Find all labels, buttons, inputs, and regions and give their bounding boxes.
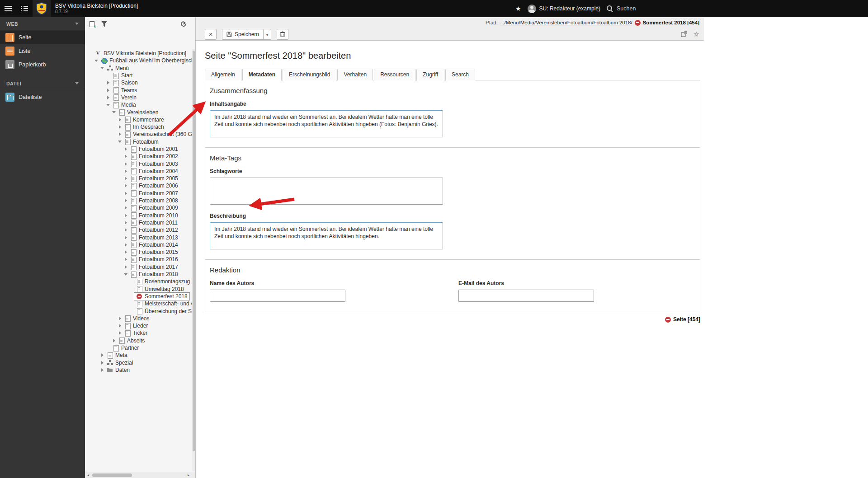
module-group-web[interactable]: WEB	[0, 17, 85, 31]
tree-node-ticker[interactable]: Ticker	[88, 329, 192, 337]
caret-right-icon[interactable]	[123, 154, 128, 159]
tree-node-content[interactable]: Fotoalbum 2003	[128, 160, 180, 168]
tab-erscheinungsbild[interactable]: Erscheinungsbild	[283, 69, 336, 80]
search-input[interactable]	[617, 5, 704, 12]
tree-node-content[interactable]: Fotoalbum 2013	[128, 234, 180, 241]
tree-node-fotoalbum-2018[interactable]: Fotoalbum 2018	[88, 271, 192, 278]
tree-node-fotoalbum-2013[interactable]: Fotoalbum 2013	[88, 234, 192, 241]
tree-node-umwelttag-2018[interactable]: Umwelttag 2018	[88, 286, 192, 293]
caret-right-icon[interactable]	[117, 330, 123, 336]
caret-right-icon[interactable]	[117, 124, 123, 130]
tree-node-meisterschaft-und-au[interactable]: Meisterschaft- und Au	[88, 300, 192, 307]
tree-node-content[interactable]: Spezial	[105, 359, 135, 366]
tree-node-vereinsleben[interactable]: Vereinsleben	[88, 108, 192, 116]
tree-node-fotoalbum[interactable]: Fotoalbum	[88, 138, 192, 145]
caret-right-icon[interactable]	[99, 360, 105, 366]
tree-node-content[interactable]: Fotoalbum 2018	[128, 271, 180, 278]
tree-node-content[interactable]: Fotoalbum 2007	[128, 190, 180, 197]
caret-right-icon[interactable]	[117, 323, 123, 328]
caret-right-icon[interactable]	[123, 169, 128, 174]
sidebar-item-seite[interactable]: Seite	[0, 31, 85, 44]
caret-right-icon[interactable]	[123, 191, 128, 196]
caret-right-icon[interactable]	[99, 367, 105, 373]
tree-node-berreichung-der-sch[interactable]: Überreichung der Sch	[88, 307, 192, 314]
tab-ressourcen[interactable]: Ressourcen	[374, 69, 415, 80]
caret-down-icon[interactable]	[94, 58, 99, 63]
caret-right-icon[interactable]	[123, 242, 128, 248]
tree-node-content[interactable]: Im Gespräch	[123, 123, 166, 131]
tree-node-daten[interactable]: Daten	[88, 366, 192, 374]
refresh-button[interactable]	[181, 21, 186, 27]
sidebar-item-dateiliste[interactable]: Dateiliste	[0, 90, 85, 104]
filter-button[interactable]	[101, 21, 107, 27]
delete-button[interactable]	[277, 29, 288, 40]
caret-right-icon[interactable]	[111, 338, 117, 343]
tree-node-fotoalbum-2017[interactable]: Fotoalbum 2017	[88, 263, 192, 271]
tree-node-fotoalbum-2011[interactable]: Fotoalbum 2011	[88, 219, 192, 226]
caret-right-icon[interactable]	[123, 227, 128, 233]
tree-node-content[interactable]: Meisterschaft- und Au	[134, 300, 192, 307]
tree-node-bsv-viktoria-bielstein-production[interactable]: BSV Viktoria Bielstein [Production]	[88, 50, 192, 57]
inhaltsangabe-textarea[interactable]: Im Jahr 2018 stand mal wieder ein Sommer…	[210, 110, 443, 137]
caret-right-icon[interactable]	[123, 161, 128, 167]
tree-node-videos[interactable]: Videos	[88, 315, 192, 322]
pagetree-vertical-scrollbar[interactable]	[192, 49, 195, 471]
tree-node-im-gespr-ch[interactable]: Im Gespräch	[88, 123, 192, 131]
tab-allgemein[interactable]: Allgemein	[205, 69, 241, 80]
pagetree-horizontal-scrollbar[interactable]	[85, 472, 195, 478]
tree-node-content[interactable]: Rosenmontagszug 201	[134, 278, 192, 285]
caret-right-icon[interactable]	[123, 249, 128, 255]
tree-node-content[interactable]: Vereinszeitschrift (360 GRA	[123, 131, 192, 138]
caret-right-icon[interactable]	[123, 146, 128, 152]
tree-node-content[interactable]: Kommentare	[123, 116, 166, 123]
tree-node-kommentare[interactable]: Kommentare	[88, 116, 192, 123]
tree-node-content[interactable]: Daten	[105, 366, 132, 374]
save-options-button[interactable]	[263, 29, 271, 40]
caret-down-icon[interactable]	[105, 102, 111, 108]
author-name-input[interactable]	[210, 290, 345, 302]
tab-verhalten[interactable]: Verhalten	[337, 69, 373, 80]
caret-right-icon[interactable]	[117, 117, 123, 122]
tree-node-media[interactable]: Media	[88, 101, 192, 108]
path-link[interactable]: .../Menü/Media/Vereinsleben/Fotoalbum/Fo…	[500, 20, 632, 25]
bookmark-star-icon[interactable]	[693, 30, 699, 38]
caret-right-icon[interactable]	[123, 235, 128, 240]
tree-node-content[interactable]: Fotoalbum 2016	[128, 256, 180, 263]
tree-node-content[interactable]: Sommerfest 2018	[134, 293, 189, 300]
new-page-button[interactable]	[90, 21, 94, 27]
tree-node-content[interactable]: Fotoalbum 2015	[128, 248, 180, 256]
tree-node-content[interactable]: Fotoalbum	[123, 138, 160, 145]
caret-right-icon[interactable]	[105, 88, 111, 93]
tree-node-content[interactable]: Fotoalbum 2012	[128, 226, 180, 234]
tree-node-content[interactable]: Menü	[105, 65, 131, 72]
open-in-new-window-icon[interactable]	[681, 31, 687, 37]
tree-node-spezial[interactable]: Spezial	[88, 359, 192, 366]
tree-node-content[interactable]: Saison	[111, 79, 140, 86]
tree-node-content[interactable]: Vereinsleben	[117, 109, 160, 116]
scroll-right-icon[interactable]	[185, 472, 192, 478]
tab-search[interactable]: Search	[445, 69, 475, 80]
tree-node-content[interactable]: Fotoalbum 2014	[128, 241, 180, 248]
caret-right-icon[interactable]	[105, 80, 111, 85]
caret-right-icon[interactable]	[123, 213, 128, 218]
caret-right-icon[interactable]	[123, 176, 128, 181]
beschreibung-textarea[interactable]: Im Jahr 2018 stand mal wieder ein Sommer…	[210, 222, 443, 249]
club-logo[interactable]	[33, 0, 51, 17]
tree-node-start[interactable]: Start	[88, 72, 192, 79]
tab-metadaten[interactable]: Metadaten	[242, 69, 282, 80]
tree-node-fotoalbum-2004[interactable]: Fotoalbum 2004	[88, 168, 192, 175]
tree-node-content[interactable]: Ticker	[123, 329, 149, 337]
tree-node-content[interactable]: Videos	[123, 315, 151, 322]
caret-right-icon[interactable]	[123, 205, 128, 211]
module-group-datei[interactable]: DATEI	[0, 77, 85, 90]
tree-node-content[interactable]: Umwelttag 2018	[134, 286, 186, 293]
tree-node-content[interactable]: Partner	[111, 344, 141, 351]
tree-node-content[interactable]: BSV Viktoria Bielstein [Production]	[93, 50, 188, 57]
tree-node-content[interactable]: Meta	[105, 351, 129, 359]
caret-down-icon[interactable]	[111, 110, 117, 115]
tree-node-content[interactable]: Abseits	[117, 337, 146, 344]
favorites-star-icon[interactable]	[515, 5, 521, 12]
tree-node-content[interactable]: Fotoalbum 2011	[128, 219, 179, 226]
scroll-left-icon[interactable]	[85, 472, 91, 478]
tree-node-content[interactable]: Fußball aus Wiehl im Oberbergischen	[99, 57, 192, 64]
